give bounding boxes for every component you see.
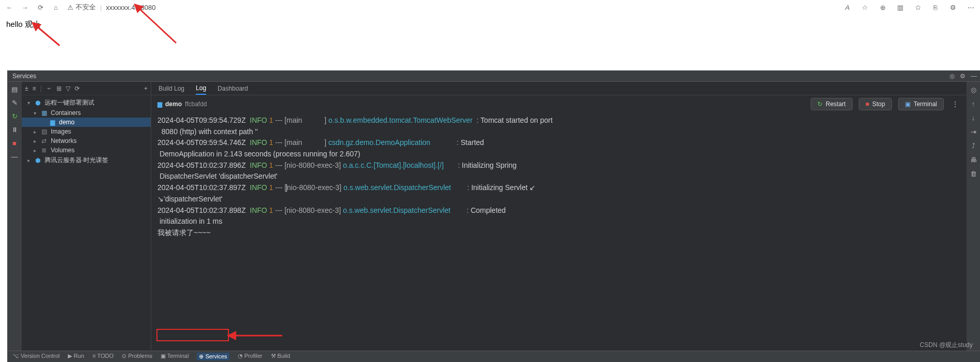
extension-icon[interactable]: ⊕ [878,3,887,11]
group-icon[interactable]: ⫟ [46,85,52,92]
down-icon[interactable]: ↓ [972,114,975,122]
status-item[interactable]: ◔ Profiler [238,353,263,360]
status-item[interactable]: ⊕ Services [197,353,229,360]
status-item[interactable]: ≡ TODO [93,353,114,360]
tree-node-deploy-root[interactable]: ▾⬢远程一键部署测试 [22,97,151,108]
read-aloud-icon[interactable]: A [843,3,852,11]
settings-icon[interactable]: ⚙ [949,3,957,11]
tree-node-demo[interactable]: ▆demo [22,118,151,127]
wrap-icon[interactable]: ⇥ [971,128,976,136]
page-body: hello 观止 [0,15,980,35]
up-icon[interactable]: ↑ [972,100,975,108]
collections-icon[interactable]: ⎘ [931,3,940,11]
filter-icon[interactable]: ▽ [66,85,70,92]
forward-icon[interactable]: → [21,3,29,11]
focus-icon[interactable]: ◎ [949,73,955,80]
watermark: CSDN @观止study [920,341,973,350]
services-titlebar: Services ◎ ⚙ — [7,70,980,82]
tree-node-tencent[interactable]: ▸⬢腾讯云服务器·时光课签 [22,155,151,166]
address-wrapper: ⚠ 不安全 | xxxxxxx.41:8080 [67,3,836,12]
favorites-bar-icon[interactable]: ✩ [914,3,922,11]
pause-icon[interactable]: ⏸ [10,125,19,134]
status-item[interactable]: ▶ Run [68,353,84,360]
log-line: DemoApplication in 2.143 seconds (proces… [157,149,960,160]
tree-node-volumes[interactable]: ▸≣Volumes [22,146,151,155]
container-crumb: ▆ demo ffcbafdd [157,100,207,108]
expand-all-icon[interactable]: ± [25,85,28,92]
services-main: Build Log Log Dashboard ▆ demo ffcbafdd … [151,82,967,351]
add-service-icon[interactable]: + [144,85,148,92]
status-item[interactable]: ⊙ Problems [122,353,152,360]
status-item[interactable]: ⌥ Version Control [12,353,60,360]
split-view-icon[interactable]: ▥ [896,3,904,11]
collapse-all-icon[interactable]: ≡ [33,85,36,92]
gear-icon[interactable]: ⚙ [960,73,965,80]
collapse-icon[interactable]: — [10,152,19,161]
trash-icon[interactable]: 🗑 [970,170,977,178]
home-icon[interactable]: ⌂ [52,3,60,11]
stop-button[interactable]: ■Stop [859,98,892,110]
log-line: 2024-04-05T10:02:37.898Z INFO 1 --- [nio… [157,205,960,216]
highlight-box [156,329,229,341]
log-line: 2024-04-05T10:02:37.896Z INFO 1 --- [nio… [157,160,960,171]
services-tree-panel: ± ≡ | ⫟ ⊞ ▽ ⟳ + ▾⬢远程一键部署测试 ▾▦Containers … [22,82,151,351]
log-line: 2024-04-05T10:02:37.897Z INFO 1 --- [nio… [157,182,960,194]
page-text: hello 观止 [6,20,40,28]
right-gutter: ◎ ↑ ↓ ⇥ ⤴ 🖶 🗑 [967,82,980,351]
log-line: DispatcherServlet 'dispatcherServlet' [157,171,960,182]
log-console[interactable]: 2024-04-05T09:59:54.729Z INFO 1 --- [mai… [151,113,967,351]
refresh-icon[interactable]: ⟳ [75,85,80,92]
toggle-tree-icon[interactable]: ▤ [10,85,19,93]
status-item[interactable]: ▣ Terminal [161,353,189,360]
eye-icon[interactable]: ◎ [971,86,976,94]
log-line: 8080 (http) with context path '' [157,126,960,138]
terminal-button[interactable]: ▣Terminal [898,98,944,110]
left-gutter: ▤ ✎ ↻ ⏸ ■ — [7,82,22,351]
log-line: 我被请求了~~~~ [157,227,960,239]
tree-node-networks[interactable]: ▸⇄Networks [22,136,151,146]
log-tabs: Build Log Log Dashboard [151,82,967,95]
insecure-badge[interactable]: ⚠ 不安全 [67,3,96,12]
edit-icon[interactable]: ✎ [10,98,19,107]
more-icon[interactable]: ⋯ [967,3,975,11]
tab-log[interactable]: Log [196,82,206,95]
back-icon[interactable]: ← [5,3,13,11]
tree-node-containers[interactable]: ▾▦Containers [22,108,151,118]
browser-right-actions: A ☆ ⊕ ▥ ✩ ⎘ ⚙ ⋯ [843,3,975,11]
grid-icon[interactable]: ⊞ [56,85,62,92]
favorite-icon[interactable]: ☆ [861,3,869,11]
security-label: 不安全 [76,3,96,12]
warning-icon: ⚠ [67,4,74,11]
ide-panel: Services ◎ ⚙ — ▤ ✎ ↻ ⏸ ■ — ± ≡ | ⫟ ⊞ ▽ ⟳ [7,70,980,362]
browser-toolbar: ← → ⟳ ⌂ ⚠ 不安全 | xxxxxxx.41:8080 A ☆ ⊕ ▥ … [0,0,980,15]
container-header: ▆ demo ffcbafdd ↻Restart ■Stop ▣Terminal… [151,95,967,113]
print-icon[interactable]: 🖶 [970,156,977,164]
tab-dashboard[interactable]: Dashboard [218,83,248,94]
log-line: 2024-04-05T09:59:54.746Z INFO 1 --- [mai… [157,137,960,149]
tree-toolbar: ± ≡ | ⫟ ⊞ ▽ ⟳ + [22,82,151,95]
log-line: 2024-04-05T09:59:54.729Z INFO 1 --- [mai… [157,115,960,126]
restart-button[interactable]: ↻Restart [811,98,853,110]
more-actions-icon[interactable]: ⋮ [950,100,960,108]
ide-statusbar: ⌥ Version Control▶ Run≡ TODO⊙ Problems▣ … [7,351,980,362]
reload-icon[interactable]: ⟳ [36,3,45,11]
services-tree: ▾⬢远程一键部署测试 ▾▦Containers ▆demo ▸▤Images ▸… [22,95,151,168]
address-text[interactable]: xxxxxxx.41:8080 [106,4,155,11]
tab-build-log[interactable]: Build Log [158,83,184,94]
status-item[interactable]: ⚒ Build [271,353,291,360]
rerun-icon[interactable]: ↻ [10,112,19,120]
stop-icon[interactable]: ■ [10,139,19,147]
log-line: ↘'dispatcherServlet' [157,194,960,205]
scroll-end-icon[interactable]: ⤴ [972,142,975,150]
panel-title: Services [10,73,36,80]
tree-node-images[interactable]: ▸▤Images [22,127,151,136]
minimize-icon[interactable]: — [971,73,977,80]
log-line: initialization in 1 ms [157,216,960,227]
